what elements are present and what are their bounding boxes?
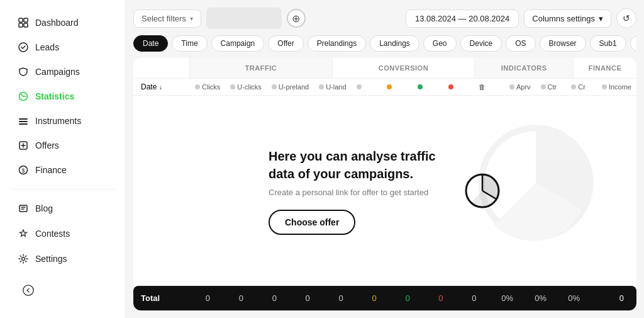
table-card: TRAFFIC CONVERSION INDICATORS FINANCE Da… — [133, 58, 636, 310]
total-val-4: 0 — [325, 293, 358, 303]
sidebar-label-instruments: Instruments — [35, 116, 81, 126]
svg-rect-2 — [19, 23, 23, 27]
aprv-dot — [509, 84, 514, 89]
columns-settings-button[interactable]: Columns settings ▾ — [524, 9, 611, 28]
tab-device[interactable]: Device — [460, 35, 502, 52]
total-val-6: 0 — [391, 293, 425, 303]
svg-rect-6 — [19, 118, 28, 120]
tab-offer[interactable]: Offer — [268, 35, 303, 52]
uclicks-dot — [230, 84, 235, 89]
indicators-group-header: INDICATORS — [475, 58, 574, 78]
conv4-subheader — [443, 84, 474, 89]
filter-select-label: Select filters — [142, 14, 186, 23]
tab-campaign[interactable]: Campaign — [211, 35, 265, 52]
sidebar-label-settings: Settings — [35, 254, 67, 264]
sidebar-item-finance[interactable]: $ Finance — [5, 158, 120, 182]
pie-chart-icon — [464, 172, 501, 210]
sidebar-item-contests[interactable]: Contests — [5, 222, 120, 246]
sidebar-label-statistics: Statistics — [35, 91, 74, 101]
sidebar-item-campaigns[interactable]: Campaigns — [5, 60, 120, 84]
conversion-group-header: CONVERSION — [333, 58, 475, 78]
total-val-2: 0 — [258, 293, 291, 303]
tab-time[interactable]: Time — [172, 35, 207, 52]
total-val-10: 0% — [524, 293, 557, 303]
aprv-subheader: Aprv — [504, 83, 536, 91]
conv3-dot — [418, 84, 423, 89]
sidebar-label-blog: Blog — [35, 203, 53, 213]
col-settings-label: Columns settings — [532, 14, 595, 23]
main-content: Select filters ▾ ⊕ 13.08.2024 — 20.08.20… — [126, 0, 644, 318]
svg-point-14 — [23, 285, 33, 295]
sidebar-label-offers: Offers — [35, 140, 59, 150]
cr-subheader: Cr — [566, 83, 597, 91]
date-subheader[interactable]: Date ↓ — [133, 82, 190, 91]
tab-browser[interactable]: Browser — [540, 35, 586, 52]
refresh-icon: ↺ — [623, 13, 630, 23]
sidebar-label-leads: Leads — [35, 42, 59, 52]
sidebar-item-settings[interactable]: Settings — [5, 247, 120, 271]
sidebar-item-instruments[interactable]: Instruments — [5, 109, 120, 133]
conv2-dot — [387, 84, 392, 89]
tab-landings[interactable]: Landings — [370, 35, 419, 52]
svg-rect-7 — [19, 121, 28, 122]
filter-search-box — [206, 8, 282, 29]
add-filter-button[interactable]: ⊕ — [287, 9, 306, 28]
empty-heading: Here you can analyse traffic data of you… — [269, 147, 445, 183]
empty-text: Here you can analyse traffic data of you… — [269, 147, 445, 235]
blog-icon — [18, 203, 29, 214]
conv4-dot — [448, 84, 453, 89]
empty-state: Here you can analyse traffic data of you… — [133, 96, 636, 286]
sidebar-item-leads[interactable]: Leads — [5, 35, 120, 59]
total-val-7: 0 — [424, 293, 457, 303]
svg-rect-0 — [19, 18, 23, 22]
sidebar-nav: Dashboard Leads Campaigns Statistics Ins… — [0, 10, 125, 183]
sidebar-item-dashboard[interactable]: Dashboard — [5, 11, 120, 35]
tab-prelandings[interactable]: Prelandings — [308, 35, 366, 52]
tab-sub1[interactable]: Sub1 — [590, 35, 626, 52]
income-subheader: Income — [597, 83, 636, 91]
instruments-icon — [18, 115, 29, 127]
ctr-dot — [541, 84, 546, 89]
total-val-9: 0% — [491, 293, 524, 303]
conv1-subheader — [352, 84, 382, 89]
sidebar-back-button[interactable] — [10, 278, 115, 302]
conv1-dot — [357, 84, 362, 89]
sidebar-item-statistics[interactable]: Statistics — [5, 84, 120, 108]
svg-rect-12 — [19, 205, 27, 212]
choose-offer-button[interactable]: Choose offer — [269, 210, 355, 235]
add-icon: ⊕ — [292, 13, 300, 25]
svg-text:$: $ — [22, 168, 25, 174]
total-row: Total 0 0 0 0 0 0 0 0 0 0% 0% 0% 0 — [133, 286, 636, 310]
sidebar-label-dashboard: Dashboard — [35, 18, 79, 28]
tab-sub2[interactable]: Sub2 — [630, 35, 636, 52]
table-sub-headers: Date ↓ Clicks U-clicks U-preland U-land — [133, 79, 636, 96]
date-group-header — [133, 58, 190, 78]
empty-state-content: Here you can analyse traffic data of you… — [269, 147, 501, 235]
sidebar-item-blog[interactable]: Blog — [5, 196, 120, 220]
sidebar-label-contests: Contests — [35, 229, 70, 239]
date-range[interactable]: 13.08.2024 — 20.08.2024 — [406, 9, 519, 28]
tab-geo[interactable]: Geo — [423, 35, 457, 52]
svg-rect-8 — [19, 123, 28, 125]
table-group-headers: TRAFFIC CONVERSION INDICATORS FINANCE — [133, 58, 636, 79]
refresh-button[interactable]: ↺ — [616, 8, 636, 28]
finance-group-header: FINANCE — [574, 58, 636, 78]
empty-subtext: Create a personal link for offer to get … — [269, 188, 445, 197]
offers-icon — [18, 140, 29, 151]
finance-icon: $ — [18, 164, 29, 176]
tab-os[interactable]: OS — [506, 35, 535, 52]
traffic-group-header: TRAFFIC — [190, 58, 333, 78]
total-val-11: 0% — [557, 293, 591, 303]
trash-icon: 🗑 — [479, 83, 486, 91]
sidebar-item-offers[interactable]: Offers — [5, 133, 120, 157]
tab-date[interactable]: Date — [133, 35, 168, 52]
filter-select[interactable]: Select filters ▾ — [133, 9, 201, 28]
svg-rect-1 — [24, 18, 28, 22]
topbar: Select filters ▾ ⊕ 13.08.2024 — 20.08.20… — [133, 8, 636, 29]
statistics-icon — [18, 91, 29, 102]
sidebar-label-campaigns: Campaigns — [35, 67, 80, 77]
conv2-subheader — [382, 84, 413, 89]
sort-icon: ↓ — [159, 84, 162, 91]
dashboard-icon — [18, 17, 29, 28]
total-val-5: 0 — [358, 293, 391, 303]
